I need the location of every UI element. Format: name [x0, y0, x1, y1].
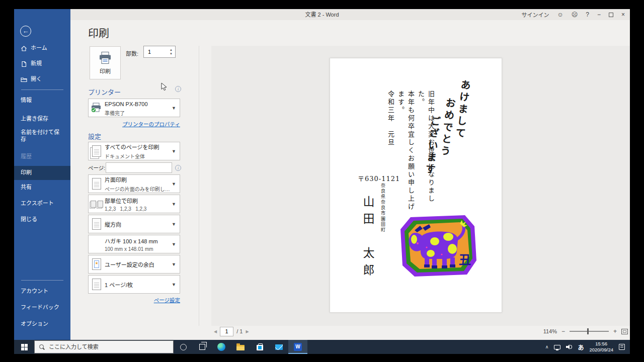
sidebar-item-account[interactable]: アカウント — [14, 285, 70, 299]
sidebar-item-save[interactable]: 上書き保存 — [14, 112, 70, 126]
restore-button[interactable] — [609, 13, 613, 17]
time: 15:56 — [589, 341, 613, 347]
zoom-level[interactable]: 114% — [543, 328, 557, 334]
sender-name: 山田 太郎 — [359, 196, 376, 281]
mouse-cursor — [161, 82, 167, 91]
notification-center-icon[interactable] — [619, 344, 625, 350]
start-button[interactable] — [14, 340, 34, 354]
edge-icon — [217, 343, 225, 351]
current-page-input[interactable] — [220, 327, 233, 336]
sidebar-item-options[interactable]: オプション — [14, 317, 70, 331]
sidebar-item-info[interactable]: 情報 — [14, 94, 70, 108]
chevron-down-icon: ▼ — [172, 262, 180, 267]
home-icon — [21, 45, 27, 52]
print-preview-pane: あけまして おめでとう ございます 旧年中は大変お世話になりまし た。 本年も何… — [211, 46, 630, 326]
close-button[interactable]: × — [621, 11, 625, 18]
orientation-select[interactable]: 縦方向 ▼ — [88, 215, 180, 233]
one-sided-icon — [92, 178, 101, 190]
page-setup-link[interactable]: ページ設定 — [88, 296, 180, 304]
copies-label: 部数: — [126, 49, 138, 57]
minimize-button[interactable]: − — [597, 11, 601, 18]
panel-divider — [199, 46, 199, 326]
sidebar-item-print[interactable]: 印刷 — [14, 166, 70, 180]
printer-status: 準備完了 — [105, 109, 172, 117]
taskbar-clock[interactable]: 15:56 2020/09/24 — [589, 341, 613, 353]
task-view-button[interactable] — [193, 340, 212, 354]
windows-taskbar: W ∧ あ 15:56 2020/09/24 — [14, 340, 630, 354]
spin-down-icon[interactable]: ▼ — [170, 52, 173, 56]
help-button[interactable]: ? — [586, 11, 589, 18]
sidebar-item-save-as[interactable]: 名前を付けて保存 — [14, 126, 70, 146]
file-explorer-button[interactable] — [231, 340, 250, 354]
print-range-select[interactable]: すべてのページを印刷 ドキュメント全体 ▼ — [88, 142, 180, 160]
copies-input[interactable] — [144, 46, 167, 57]
next-page-icon[interactable]: ▶ — [246, 329, 249, 334]
paper-size-select[interactable]: ハガキ 100 x 148 mm 100 mm x 148.01 mm ▼ — [88, 235, 180, 253]
chevron-down-icon: ▼ — [172, 149, 180, 154]
all-pages-icon — [92, 145, 101, 157]
card-body-text: 旧年中は大変お世話になりまし た。 本年も何卒宜しくお願い申し上げ ます。 令和… — [385, 90, 436, 211]
pages-info-icon[interactable] — [175, 165, 181, 171]
cortana-icon — [180, 344, 187, 350]
margins-icon — [92, 258, 101, 270]
hidden-icons-chevron[interactable]: ∧ — [545, 344, 549, 349]
word-button[interactable]: W — [288, 340, 307, 354]
collated-icon — [91, 201, 103, 208]
margins-select[interactable]: ユーザー設定の余白 ▼ — [88, 255, 180, 274]
mail-button[interactable] — [269, 340, 288, 354]
total-pages-label: / 1 — [236, 328, 243, 334]
store-button[interactable] — [250, 340, 269, 354]
sidebar-item-close[interactable]: 閉じる — [14, 213, 70, 227]
printer-info-icon[interactable] — [175, 86, 181, 92]
folder-icon — [236, 345, 245, 350]
portrait-icon — [92, 218, 101, 230]
sidebar-item-share[interactable]: 共有 — [14, 180, 70, 195]
duplex-select[interactable]: 片面印刷 ページの片面のみを印刷し… ▼ — [88, 174, 180, 193]
chevron-down-icon: ▼ — [172, 106, 180, 111]
page-navigation: ◀ / 1 ▶ — [214, 326, 249, 336]
zoom-to-page-icon[interactable] — [621, 329, 628, 334]
zoom-out-button[interactable]: − — [561, 328, 565, 335]
network-display-icon[interactable] — [554, 345, 560, 349]
sign-in-button[interactable]: サインイン — [522, 11, 549, 19]
edge-button[interactable] — [212, 340, 231, 354]
taskbar-search[interactable] — [34, 340, 174, 353]
frown-feedback-icon[interactable]: ☹ — [572, 11, 578, 18]
search-input[interactable] — [49, 344, 159, 350]
sidebar-item-new[interactable]: 新規 — [14, 57, 70, 71]
sidebar-item-export[interactable]: エクスポート — [14, 197, 70, 211]
chevron-down-icon: ▼ — [172, 222, 180, 227]
store-icon — [257, 345, 263, 350]
sidebar-item-home[interactable]: ホーム — [14, 41, 70, 55]
print-button[interactable]: 印刷 — [90, 46, 121, 79]
zoom-in-button[interactable]: + — [613, 328, 617, 335]
sidebar-item-open[interactable]: 開く — [14, 72, 70, 86]
search-icon — [39, 344, 45, 350]
zoom-slider-thumb[interactable] — [587, 328, 589, 334]
chevron-down-icon: ▼ — [172, 282, 180, 287]
previous-page-icon[interactable]: ◀ — [214, 329, 217, 334]
speaker-icon[interactable] — [566, 344, 572, 349]
cortana-button[interactable] — [174, 340, 193, 354]
printer-status-icon — [91, 103, 103, 113]
printer-select[interactable]: EPSON PX-B700 準備完了 ▼ — [88, 99, 180, 117]
ime-indicator[interactable]: あ — [578, 343, 584, 351]
printer-name: EPSON PX-B700 — [105, 101, 148, 107]
copies-spin-buttons[interactable]: ▲▼ — [167, 46, 175, 57]
pages-label: ページ: — [88, 164, 106, 171]
page-title: 印刷 — [88, 25, 109, 40]
sidebar-divider — [21, 89, 63, 90]
printer-icon — [98, 51, 113, 65]
pages-input[interactable] — [106, 162, 172, 173]
smiley-feedback-icon[interactable]: ☺ — [557, 11, 564, 18]
zoom-slider[interactable] — [570, 331, 609, 332]
pages-per-sheet-select[interactable]: 1 ページ/枚 ▼ — [88, 275, 180, 294]
spin-up-icon[interactable]: ▲ — [170, 48, 173, 52]
word-window: 文書 2 - Word サインイン ☺ ☹ ? − × ← ホーム 新規 開く … — [14, 9, 630, 340]
printer-properties-link[interactable]: プリンターのプロパティ — [88, 120, 180, 128]
back-button[interactable]: ← — [20, 26, 31, 37]
zodiac-character: 丑 — [459, 252, 471, 267]
document-preview-page: あけまして おめでとう ございます 旧年中は大変お世話になりまし た。 本年も何… — [330, 58, 502, 313]
collation-select[interactable]: 部単位で印刷 1,2,3 1,2,3 1,2,3 ▼ — [88, 195, 180, 213]
sidebar-item-feedback[interactable]: フィードバック — [14, 301, 70, 315]
